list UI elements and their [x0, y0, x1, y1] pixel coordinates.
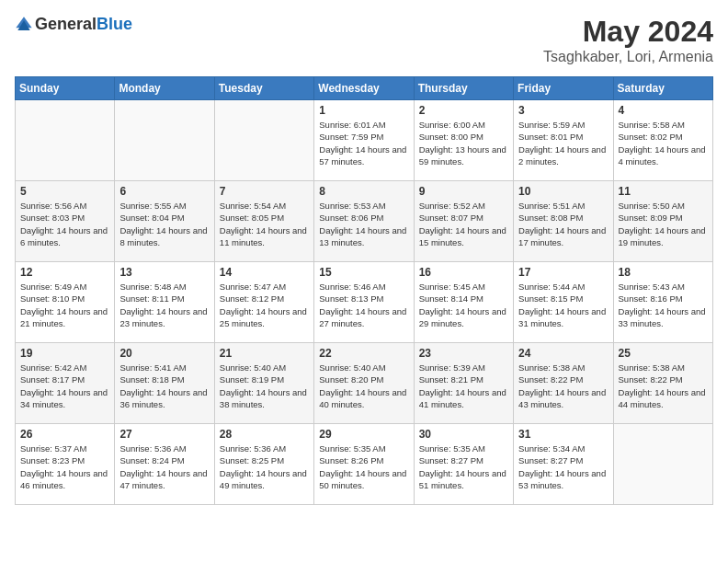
calendar-cell: 5Sunrise: 5:56 AM Sunset: 8:03 PM Daylig…	[16, 181, 115, 262]
day-number: 2	[419, 104, 508, 117]
calendar-cell: 6Sunrise: 5:55 AM Sunset: 8:04 PM Daylig…	[115, 181, 214, 262]
day-info: Sunrise: 5:48 AM Sunset: 8:11 PM Dayligh…	[119, 281, 209, 329]
day-number: 26	[20, 428, 109, 441]
calendar-cell: 30Sunrise: 5:35 AM Sunset: 8:27 PM Dayli…	[414, 424, 513, 505]
day-number: 23	[419, 347, 508, 360]
day-number: 10	[518, 185, 608, 198]
day-info: Sunrise: 5:51 AM Sunset: 8:08 PM Dayligh…	[518, 200, 608, 248]
day-info: Sunrise: 5:36 AM Sunset: 8:24 PM Dayligh…	[119, 442, 209, 491]
day-number: 1	[319, 104, 408, 117]
day-info: Sunrise: 5:38 AM Sunset: 8:22 PM Dayligh…	[619, 362, 708, 410]
calendar-week-row: 5Sunrise: 5:56 AM Sunset: 8:03 PM Daylig…	[16, 181, 713, 262]
weekday-header: Sunday	[16, 77, 115, 100]
weekday-row: SundayMondayTuesdayWednesdayThursdayFrid…	[16, 77, 713, 100]
day-info: Sunrise: 5:47 AM Sunset: 8:12 PM Dayligh…	[220, 281, 309, 329]
month-title: May 2024	[543, 15, 713, 49]
day-number: 12	[20, 266, 109, 279]
day-info: Sunrise: 6:01 AM Sunset: 7:59 PM Dayligh…	[319, 119, 408, 167]
calendar-cell: 16Sunrise: 5:45 AM Sunset: 8:14 PM Dayli…	[414, 262, 513, 343]
day-number: 19	[20, 347, 109, 360]
calendar-week-row: 12Sunrise: 5:49 AM Sunset: 8:10 PM Dayli…	[16, 262, 713, 343]
calendar-cell: 29Sunrise: 5:35 AM Sunset: 8:26 PM Dayli…	[314, 424, 414, 505]
day-number: 11	[619, 185, 708, 198]
calendar-cell	[115, 100, 214, 181]
day-info: Sunrise: 5:36 AM Sunset: 8:25 PM Dayligh…	[220, 442, 309, 491]
day-number: 4	[619, 104, 708, 117]
calendar-week-row: 19Sunrise: 5:42 AM Sunset: 8:17 PM Dayli…	[16, 343, 713, 424]
calendar-body: 1Sunrise: 6:01 AM Sunset: 7:59 PM Daylig…	[16, 100, 713, 505]
weekday-header: Friday	[514, 77, 613, 100]
calendar-cell: 26Sunrise: 5:37 AM Sunset: 8:23 PM Dayli…	[16, 424, 115, 505]
day-number: 9	[419, 185, 508, 198]
day-info: Sunrise: 5:40 AM Sunset: 8:19 PM Dayligh…	[220, 362, 309, 410]
calendar-cell: 4Sunrise: 5:58 AM Sunset: 8:02 PM Daylig…	[613, 100, 712, 181]
day-number: 22	[319, 347, 408, 360]
day-number: 6	[119, 185, 209, 198]
day-number: 27	[119, 428, 209, 441]
calendar-cell: 14Sunrise: 5:47 AM Sunset: 8:12 PM Dayli…	[214, 262, 313, 343]
day-info: Sunrise: 5:58 AM Sunset: 8:02 PM Dayligh…	[619, 119, 708, 167]
calendar-cell: 10Sunrise: 5:51 AM Sunset: 8:08 PM Dayli…	[514, 181, 613, 262]
day-info: Sunrise: 5:55 AM Sunset: 8:04 PM Dayligh…	[119, 200, 209, 248]
weekday-header: Thursday	[414, 77, 513, 100]
calendar-cell: 22Sunrise: 5:40 AM Sunset: 8:20 PM Dayli…	[314, 343, 414, 424]
calendar-cell: 3Sunrise: 5:59 AM Sunset: 8:01 PM Daylig…	[514, 100, 613, 181]
calendar-cell: 13Sunrise: 5:48 AM Sunset: 8:11 PM Dayli…	[115, 262, 214, 343]
calendar-cell: 2Sunrise: 6:00 AM Sunset: 8:00 PM Daylig…	[414, 100, 513, 181]
page-header: GeneralBlue May 2024 Tsaghkaber, Lori, A…	[15, 15, 713, 65]
day-number: 24	[518, 347, 608, 360]
day-info: Sunrise: 5:56 AM Sunset: 8:03 PM Dayligh…	[20, 200, 109, 248]
day-info: Sunrise: 5:44 AM Sunset: 8:15 PM Dayligh…	[518, 281, 608, 329]
calendar-header: SundayMondayTuesdayWednesdayThursdayFrid…	[16, 77, 713, 100]
calendar-cell: 24Sunrise: 5:38 AM Sunset: 8:22 PM Dayli…	[514, 343, 613, 424]
day-number: 17	[518, 266, 608, 279]
day-info: Sunrise: 5:52 AM Sunset: 8:07 PM Dayligh…	[419, 200, 508, 248]
calendar-cell: 23Sunrise: 5:39 AM Sunset: 8:21 PM Dayli…	[414, 343, 513, 424]
day-info: Sunrise: 5:59 AM Sunset: 8:01 PM Dayligh…	[518, 119, 608, 167]
weekday-header: Monday	[115, 77, 214, 100]
calendar-cell: 27Sunrise: 5:36 AM Sunset: 8:24 PM Dayli…	[115, 424, 214, 505]
calendar-cell	[214, 100, 313, 181]
weekday-header: Saturday	[613, 77, 712, 100]
day-info: Sunrise: 5:53 AM Sunset: 8:06 PM Dayligh…	[319, 200, 408, 248]
day-number: 7	[220, 185, 309, 198]
day-number: 15	[319, 266, 408, 279]
day-number: 28	[220, 428, 309, 441]
day-number: 5	[20, 185, 109, 198]
calendar-cell: 25Sunrise: 5:38 AM Sunset: 8:22 PM Dayli…	[613, 343, 712, 424]
logo-icon	[15, 16, 33, 34]
logo: GeneralBlue	[15, 15, 132, 34]
day-info: Sunrise: 5:46 AM Sunset: 8:13 PM Dayligh…	[319, 281, 408, 329]
calendar-cell: 20Sunrise: 5:41 AM Sunset: 8:18 PM Dayli…	[115, 343, 214, 424]
day-number: 31	[518, 428, 608, 441]
day-number: 8	[319, 185, 408, 198]
location-title: Tsaghkaber, Lori, Armenia	[543, 49, 713, 65]
day-info: Sunrise: 5:43 AM Sunset: 8:16 PM Dayligh…	[619, 281, 708, 329]
calendar-cell	[16, 100, 115, 181]
day-info: Sunrise: 5:34 AM Sunset: 8:27 PM Dayligh…	[518, 442, 608, 491]
day-info: Sunrise: 5:49 AM Sunset: 8:10 PM Dayligh…	[20, 281, 109, 329]
day-number: 29	[319, 428, 408, 441]
logo-blue-text: Blue	[97, 15, 132, 33]
calendar-cell: 1Sunrise: 6:01 AM Sunset: 7:59 PM Daylig…	[314, 100, 414, 181]
weekday-header: Wednesday	[314, 77, 414, 100]
day-number: 13	[119, 266, 209, 279]
calendar-cell: 21Sunrise: 5:40 AM Sunset: 8:19 PM Dayli…	[214, 343, 313, 424]
calendar-cell: 11Sunrise: 5:50 AM Sunset: 8:09 PM Dayli…	[613, 181, 712, 262]
calendar-cell	[613, 424, 712, 505]
day-info: Sunrise: 5:35 AM Sunset: 8:26 PM Dayligh…	[319, 442, 408, 491]
day-number: 14	[220, 266, 309, 279]
day-info: Sunrise: 5:39 AM Sunset: 8:21 PM Dayligh…	[419, 362, 508, 410]
day-info: Sunrise: 5:40 AM Sunset: 8:20 PM Dayligh…	[319, 362, 408, 410]
day-info: Sunrise: 5:37 AM Sunset: 8:23 PM Dayligh…	[20, 442, 109, 491]
day-info: Sunrise: 5:45 AM Sunset: 8:14 PM Dayligh…	[419, 281, 508, 329]
calendar-cell: 28Sunrise: 5:36 AM Sunset: 8:25 PM Dayli…	[214, 424, 313, 505]
calendar-week-row: 1Sunrise: 6:01 AM Sunset: 7:59 PM Daylig…	[16, 100, 713, 181]
day-info: Sunrise: 5:35 AM Sunset: 8:27 PM Dayligh…	[419, 442, 508, 491]
day-info: Sunrise: 5:54 AM Sunset: 8:05 PM Dayligh…	[220, 200, 309, 248]
calendar-cell: 17Sunrise: 5:44 AM Sunset: 8:15 PM Dayli…	[514, 262, 613, 343]
calendar-cell: 15Sunrise: 5:46 AM Sunset: 8:13 PM Dayli…	[314, 262, 414, 343]
calendar-cell: 31Sunrise: 5:34 AM Sunset: 8:27 PM Dayli…	[514, 424, 613, 505]
day-number: 30	[419, 428, 508, 441]
day-number: 20	[119, 347, 209, 360]
